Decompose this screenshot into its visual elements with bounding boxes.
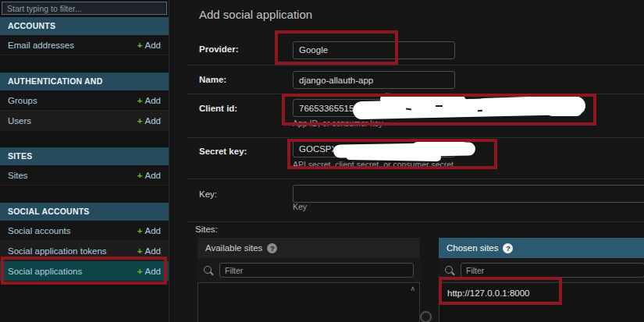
add-icon: + bbox=[137, 41, 143, 50]
sites-link[interactable]: Sites bbox=[8, 171, 28, 180]
row-divider bbox=[187, 221, 644, 222]
social-application-tokens-link[interactable]: Social application tokens bbox=[8, 246, 107, 256]
client-id-redaction-scribble bbox=[546, 104, 582, 116]
add-icon: + bbox=[137, 246, 143, 256]
chosen-sites-filter-row bbox=[439, 258, 644, 282]
client-id-label: Client id: bbox=[199, 104, 237, 113]
key-label: Key: bbox=[199, 189, 217, 199]
add-icon: + bbox=[137, 226, 143, 235]
chosen-sites-filter-input[interactable] bbox=[461, 263, 644, 278]
available-sites-header: Available sites ? bbox=[197, 238, 420, 258]
section-header-authentication: AUTHENTICATION AND AUTHORIZATION bbox=[0, 73, 169, 90]
name-input[interactable] bbox=[293, 71, 455, 89]
section-header-accounts: ACCOUNTS bbox=[0, 17, 169, 35]
add-user-link[interactable]: +Add bbox=[137, 116, 161, 126]
chosen-sites-title: Chosen sites bbox=[447, 243, 498, 253]
sidebar-item-sites[interactable]: Sites +Add bbox=[0, 165, 169, 186]
provider-label: Provider: bbox=[199, 44, 239, 54]
row-divider bbox=[187, 65, 644, 65]
email-addresses-link[interactable]: Email addresses bbox=[8, 41, 74, 50]
search-icon bbox=[204, 266, 213, 275]
add-icon: + bbox=[137, 96, 143, 105]
add-icon: + bbox=[137, 267, 143, 276]
add-label: Add bbox=[145, 41, 161, 50]
add-icon: + bbox=[137, 116, 143, 126]
add-email-address-link[interactable]: +Add bbox=[137, 41, 161, 50]
nav-sidebar: ACCOUNTS Email addresses +Add AUTHENTICA… bbox=[0, 0, 169, 322]
sidebar-filter-input[interactable] bbox=[2, 2, 167, 15]
users-link[interactable]: Users bbox=[8, 116, 31, 126]
add-icon: + bbox=[137, 171, 143, 180]
add-label: Add bbox=[145, 116, 161, 126]
client-id-redaction-scribble bbox=[380, 94, 466, 108]
chosen-sites-header: Chosen sites ? bbox=[439, 238, 644, 258]
sites-field-label: Sites: bbox=[195, 225, 218, 234]
sidebar-item-social-accounts[interactable]: Social accounts +Add bbox=[0, 221, 169, 241]
social-accounts-link[interactable]: Social accounts bbox=[8, 226, 71, 235]
chosen-sites-listbox[interactable]: http://127.0.0.1:8000 bbox=[439, 282, 644, 322]
secret-key-redaction-scribble bbox=[412, 142, 468, 152]
add-group-link[interactable]: +Add bbox=[137, 96, 161, 105]
add-label: Add bbox=[145, 226, 161, 235]
groups-link[interactable]: Groups bbox=[8, 96, 37, 105]
add-label: Add bbox=[145, 96, 161, 105]
django-admin-screen: ACCOUNTS Email addresses +Add AUTHENTICA… bbox=[0, 0, 644, 322]
section-header-social-accounts: SOCIAL ACCOUNTS bbox=[0, 203, 169, 221]
sidebar-item-users[interactable]: Users +Add bbox=[0, 111, 169, 131]
sidebar-item-email-addresses[interactable]: Email addresses +Add bbox=[0, 35, 169, 55]
add-label: Add bbox=[145, 267, 161, 276]
available-sites-title: Available sites bbox=[205, 243, 262, 253]
name-label: Name: bbox=[199, 75, 226, 84]
help-icon[interactable]: ? bbox=[503, 243, 513, 253]
add-site-link[interactable]: +Add bbox=[137, 171, 161, 180]
help-icon[interactable]: ? bbox=[267, 243, 277, 253]
add-social-application-token-link[interactable]: +Add bbox=[137, 246, 161, 256]
sidebar-item-groups[interactable]: Groups +Add bbox=[0, 90, 169, 111]
add-social-account-link[interactable]: +Add bbox=[137, 226, 161, 235]
chosen-site-item[interactable]: http://127.0.0.1:8000 bbox=[439, 283, 644, 298]
key-help-text: Key bbox=[293, 202, 307, 211]
search-icon bbox=[445, 266, 454, 275]
sidebar-item-social-application-tokens[interactable]: Social application tokens +Add bbox=[0, 241, 169, 261]
redaction-speck bbox=[436, 105, 443, 107]
row-divider bbox=[187, 179, 644, 179]
sidebar-item-social-applications[interactable]: Social applications +Add bbox=[0, 261, 169, 281]
page-title: Add social application bbox=[199, 8, 312, 21]
available-sites-filter-row bbox=[197, 258, 420, 282]
add-social-application-link[interactable]: +Add bbox=[137, 267, 161, 276]
available-sites-filter-input[interactable] bbox=[219, 263, 414, 278]
chevron-up-icon[interactable]: ∧ bbox=[410, 285, 415, 292]
row-divider bbox=[187, 137, 644, 138]
social-applications-link[interactable]: Social applications bbox=[8, 267, 82, 276]
available-sites-listbox[interactable]: ∧ bbox=[197, 282, 420, 322]
client-id-help-text: App ID, or consumer key bbox=[293, 119, 383, 128]
section-header-sites: SITES bbox=[0, 147, 169, 165]
add-social-application-form: Add social application Provider: Google … bbox=[169, 0, 644, 322]
secret-key-label: Secret key: bbox=[199, 147, 247, 156]
add-label: Add bbox=[145, 246, 161, 256]
add-label: Add bbox=[145, 171, 161, 180]
key-input[interactable] bbox=[293, 185, 644, 203]
choose-arrow-button[interactable] bbox=[420, 311, 432, 322]
secret-key-redaction-scribble bbox=[346, 152, 441, 161]
provider-select[interactable]: Google bbox=[293, 41, 455, 59]
